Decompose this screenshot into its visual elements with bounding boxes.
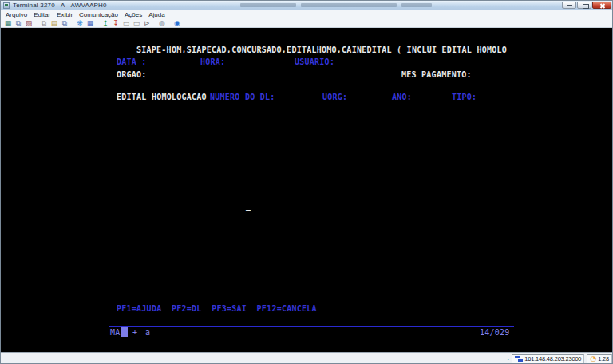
window-controls	[562, 2, 611, 9]
ano-field-label: ANO:	[392, 93, 412, 101]
settings-icon[interactable]: ❋	[75, 19, 85, 27]
send-file-icon[interactable]: ↥	[101, 19, 110, 27]
edital-homologacao-label: EDITAL HOMOLOGACAO	[117, 93, 207, 101]
receive-file-icon[interactable]: ↧	[111, 19, 121, 27]
tipo-field-label: TIPO:	[452, 93, 477, 101]
menu-item-exibir[interactable]: Exibir	[53, 11, 76, 18]
menu-item-ajuda[interactable]: Ajuda	[145, 11, 168, 18]
pf-keys-line: PF1=AJUDA PF2=DL PF3=SAI PF12=CANCELA	[117, 304, 317, 313]
orgao-field-label: ORGAO:	[117, 70, 147, 79]
new-session-icon[interactable]: ▦	[3, 19, 13, 27]
background-window-ghost	[240, 3, 296, 7]
close-button[interactable]	[592, 2, 611, 9]
background-window-ghost	[301, 3, 397, 7]
menu-item-arquivo[interactable]: Arquivo	[2, 11, 30, 18]
keyboard-map-icon[interactable]: ▦	[85, 19, 95, 27]
oia-separator-line	[109, 326, 514, 327]
app-icon	[3, 2, 10, 9]
menu-item-comunicao[interactable]: Comunicação	[76, 11, 121, 18]
oia-block-indicator	[121, 327, 128, 337]
usuario-field-label: USUARIO:	[295, 57, 334, 66]
oia-status: MA	[110, 328, 121, 337]
hora-field-label: HORA:	[200, 57, 225, 66]
printer-setup-icon[interactable]: ▭	[132, 19, 141, 27]
numero-do-dl-field-label: NUMERO DO DL:	[210, 93, 275, 101]
statusbar-separator: ·	[507, 355, 509, 363]
oia-plus-indicator: +	[132, 328, 137, 337]
restore-button[interactable]	[577, 2, 591, 9]
connection-icon	[515, 356, 523, 362]
background-window-ghost	[401, 3, 432, 7]
status-bar: · 161.148.48.203:23000 ◔ 1:28	[1, 352, 613, 364]
help-icon[interactable]: ◉	[172, 19, 182, 27]
clock-icon: ◔	[590, 355, 596, 362]
globe-icon[interactable]: ◍	[157, 19, 167, 27]
title-bar[interactable]: Terminal 3270 - A - AWVAAPH0	[1, 1, 613, 10]
data-field-label: DATA :	[117, 57, 147, 66]
paste-icon[interactable]: ▤	[49, 19, 59, 27]
mes-pagamento-field-label: MES PAGAMENTO:	[401, 70, 472, 79]
toolbar: ▦⧉▧⧉▤⧉❋▦↥↧▭▭⊳◍◉	[1, 18, 613, 28]
text-cursor[interactable]: _	[246, 201, 251, 210]
window-title: Terminal 3270 - A - AWVAAPH0	[13, 2, 107, 9]
menu-bar: ArquivoEditarExibirComunicaçãoAçõesAjuda	[1, 10, 613, 18]
menu-item-aes[interactable]: Ações	[121, 11, 145, 18]
open-multiple-sessions-icon[interactable]: ⧉	[14, 19, 23, 27]
print-screen-icon[interactable]: ▭	[121, 19, 131, 27]
session-time: 1:28	[598, 355, 609, 362]
uorg-field-label: UORG:	[322, 93, 347, 101]
session-time-pane: ◔ 1:28	[587, 354, 612, 364]
screen-header: SIAPE-HOM,SIAPECAD,CONCURSADO,EDITALHOMO…	[136, 46, 507, 54]
oia-shift-indicator: a	[145, 328, 150, 337]
copy-icon[interactable]: ⧉	[39, 19, 49, 27]
play-macro-icon[interactable]: ⊳	[142, 19, 152, 27]
minimize-button[interactable]	[562, 2, 576, 9]
menu-item-editar[interactable]: Editar	[30, 11, 53, 18]
connection-address: 161.148.48.203:23000	[524, 355, 581, 362]
close-session-icon[interactable]: ▧	[24, 19, 34, 27]
terminal-screen[interactable]: SIAPE-HOM,SIAPECAD,CONCURSADO,EDITALHOMO…	[1, 28, 613, 352]
oia-cursor-position: 14/029	[480, 328, 510, 337]
connection-pane: 161.148.48.203:23000	[512, 354, 584, 364]
pcomm-3270-window: { "window": { "title": "Terminal 3270 - …	[0, 0, 613, 364]
session-window-icon[interactable]: ⧉	[60, 19, 69, 27]
